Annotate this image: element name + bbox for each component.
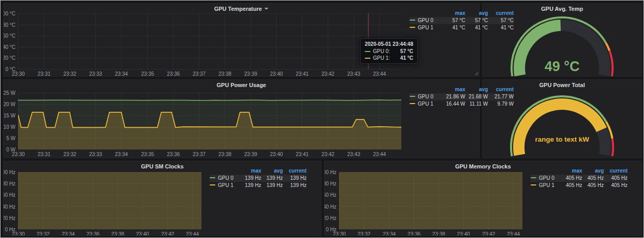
- svg-text:23:42: 23:42: [321, 71, 334, 76]
- svg-text:23:42: 23:42: [482, 231, 495, 235]
- gpu-temperature-legend: maxavgcurrentGPU 057 °C57 °C57 °CGPU 141…: [410, 10, 514, 31]
- legend-stat-value: 139 Hz: [261, 182, 283, 189]
- svg-text:23:37: 23:37: [193, 71, 206, 76]
- gpu-power-usage-svg: 25 W20 W15 W10 W5 W0 W23:3023:3123:3223:…: [4, 80, 479, 158]
- svg-text:23:33: 23:33: [89, 71, 102, 76]
- svg-text:23:36: 23:36: [167, 151, 180, 157]
- svg-text:80 Hz: 80 Hz: [325, 181, 336, 186]
- svg-text:23:44: 23:44: [373, 71, 386, 76]
- panel-title-gpu-power-usage[interactable]: GPU Power Usage: [4, 82, 479, 88]
- legend-row-gpu1[interactable]: GPU 1405 Hz405 Hz405 Hz: [531, 182, 628, 189]
- legend-stat-value: 405 Hz: [560, 182, 582, 189]
- gauge-value-text: range to text kW: [535, 135, 589, 143]
- panel-menu-caret-icon[interactable]: [264, 8, 268, 12]
- svg-text:23:40: 23:40: [270, 151, 283, 157]
- chart-series: [18, 161, 201, 229]
- svg-text:20 Hz: 20 Hz: [325, 215, 336, 221]
- svg-text:23:40: 23:40: [136, 231, 149, 235]
- legend-stat-value: 21.86 W: [442, 93, 465, 100]
- svg-text:20 °C: 20 °C: [4, 55, 15, 61]
- svg-text:23:44: 23:44: [186, 231, 199, 235]
- legend-stat-value: 139 Hz: [239, 182, 261, 189]
- svg-text:23:39: 23:39: [244, 71, 257, 76]
- panel-title-text: GPU SM Clocks: [141, 163, 184, 169]
- svg-text:100 Hz: 100 Hz: [4, 169, 15, 175]
- panel-title-gpu-power-total[interactable]: GPU Power Total: [483, 82, 641, 88]
- svg-text:40 Hz: 40 Hz: [325, 204, 336, 210]
- legend-row-gpu0[interactable]: GPU 0139 Hz139 Hz139 Hz: [210, 175, 307, 182]
- svg-text:23:36: 23:36: [167, 71, 180, 76]
- series-color-dash-icon: [365, 51, 370, 52]
- svg-text:80 °C: 80 °C: [4, 22, 15, 28]
- panel-gpu-memory-clocks: GPU Memory Clocks 100 Hz80 Hz60 Hz40 Hz2…: [324, 161, 642, 236]
- svg-text:60 Hz: 60 Hz: [325, 192, 336, 198]
- svg-text:60 Hz: 60 Hz: [4, 192, 15, 198]
- chart-grid: [18, 13, 401, 70]
- series-color-dash-icon: [410, 96, 415, 97]
- legend-stat-value: 139 Hz: [283, 175, 307, 182]
- svg-text:23:41: 23:41: [296, 151, 309, 157]
- panel-title-gpu-sm-clocks[interactable]: GPU SM Clocks: [4, 163, 321, 169]
- panel-title-text: GPU Memory Clocks: [455, 163, 511, 169]
- legend-stat-value: 139 Hz: [261, 175, 283, 182]
- svg-text:23:40: 23:40: [457, 231, 470, 235]
- panel-title-gpu-avg-temp[interactable]: GPU Avg. Temp: [483, 6, 641, 12]
- panel-title-gpu-memory-clocks[interactable]: GPU Memory Clocks: [325, 163, 641, 169]
- legend-stat-value: 405 Hz: [582, 182, 604, 189]
- series-color-dash-icon: [531, 177, 536, 178]
- svg-text:60 °C: 60 °C: [4, 33, 15, 39]
- panel-title-text: GPU Power Usage: [217, 82, 266, 88]
- svg-text:23:35: 23:35: [141, 71, 154, 76]
- gpu-sm-clocks-legend: maxavgcurrentGPU 0139 Hz139 Hz139 HzGPU …: [210, 167, 307, 189]
- gpu-memory-clocks-legend: maxavgcurrentGPU 0405 Hz405 Hz405 HzGPU …: [531, 167, 628, 189]
- svg-text:15 W: 15 W: [4, 113, 16, 118]
- series-color-dash-icon: [410, 103, 415, 104]
- svg-text:23:43: 23:43: [347, 151, 360, 157]
- svg-text:23:35: 23:35: [141, 151, 154, 157]
- gauge-value-text: 49 °C: [545, 59, 580, 74]
- legend-stat-value: 57 °C: [442, 17, 465, 24]
- svg-text:23:32: 23:32: [63, 71, 76, 76]
- legend-row-gpu0[interactable]: GPU 0405 Hz405 Hz405 Hz: [531, 175, 628, 182]
- svg-text:23:31: 23:31: [38, 151, 50, 157]
- svg-text:23:30: 23:30: [12, 151, 25, 157]
- legend-stat-value: 16.44 W: [442, 100, 465, 108]
- legend-row-gpu0[interactable]: GPU 057 °C57 °C57 °C: [410, 17, 514, 24]
- svg-text:23:43: 23:43: [347, 71, 360, 76]
- gauge-track-arc: [602, 130, 605, 155]
- svg-text:23:40: 23:40: [270, 71, 283, 76]
- legend-stat-value: 41 °C: [465, 24, 488, 31]
- panel-gpu-power-usage: GPU Power Usage 25 W20 W15 W10 W5 W0 W23…: [3, 79, 480, 158]
- svg-text:40 Hz: 40 Hz: [4, 204, 15, 210]
- svg-text:23:34: 23:34: [115, 151, 128, 157]
- panel-title-gpu-temperature[interactable]: GPU Temperature: [4, 6, 479, 12]
- legend-stat-value: 21.68 W: [465, 93, 488, 100]
- svg-text:80 Hz: 80 Hz: [4, 181, 15, 186]
- svg-text:23:38: 23:38: [218, 151, 231, 157]
- svg-text:23:44: 23:44: [373, 151, 386, 157]
- svg-text:23:38: 23:38: [111, 231, 124, 235]
- legend-row-gpu1[interactable]: GPU 1139 Hz139 Hz139 Hz: [210, 182, 307, 189]
- legend-stat-value: 139 Hz: [239, 175, 261, 182]
- panel-title-text: GPU Avg. Temp: [541, 6, 583, 12]
- gauge-value-arc: [519, 104, 602, 155]
- legend-row-gpu0[interactable]: GPU 021.86 W21.68 W21.77 W: [410, 93, 514, 100]
- svg-text:23:42: 23:42: [321, 151, 334, 157]
- panel-gpu-sm-clocks: GPU SM Clocks 100 Hz80 Hz60 Hz40 Hz20 Hz…: [3, 161, 321, 236]
- legend-stat-value: 405 Hz: [582, 175, 604, 182]
- legend-row-gpu1[interactable]: GPU 141 °C41 °C41 °C: [410, 24, 514, 31]
- legend-stat-value: 57 °C: [488, 17, 514, 24]
- tooltip-series-row: GPU 0:57 °C: [365, 48, 413, 54]
- svg-text:23:32: 23:32: [37, 231, 49, 235]
- svg-text:23:32: 23:32: [358, 231, 370, 235]
- gpu-power-usage-chart[interactable]: 25 W20 W15 W10 W5 W0 W23:3023:3123:3223:…: [4, 80, 479, 158]
- panel-gpu-temperature: GPU Temperature 100 °C80 °C60 °C40 °C20 …: [3, 3, 480, 77]
- series-color-dash-icon: [410, 27, 415, 28]
- svg-text:23:31: 23:31: [38, 71, 50, 76]
- legend-row-gpu1[interactable]: GPU 116.44 W11.11 W9.79 W: [410, 100, 514, 108]
- chart-axis-labels: 100 °C80 °C60 °C40 °C20 °C0 °C23:3023:31…: [4, 11, 386, 77]
- svg-text:5 W: 5 W: [6, 135, 15, 141]
- svg-text:40 °C: 40 °C: [4, 44, 15, 50]
- tooltip-series-row: GPU 1:41 °C: [365, 55, 413, 61]
- svg-text:23:34: 23:34: [62, 231, 75, 235]
